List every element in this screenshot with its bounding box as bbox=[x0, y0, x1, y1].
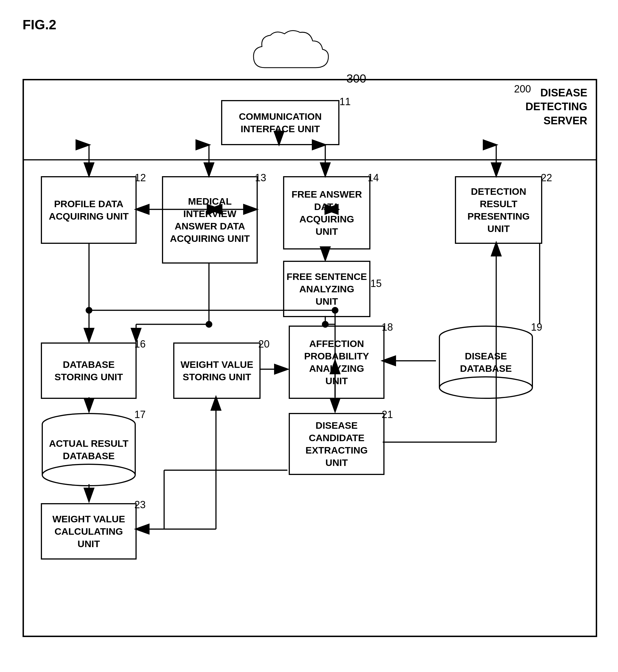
cloud-network bbox=[248, 28, 338, 79]
weight-value-calculating-unit: WEIGHT VALUECALCULATINGUNIT bbox=[41, 503, 137, 560]
database-storing-unit: DATABASESTORING UNIT bbox=[41, 342, 137, 399]
ref-12: 12 bbox=[135, 172, 146, 184]
profile-data-acquiring-unit: PROFILE DATAACQUIRING UNIT bbox=[41, 176, 137, 244]
ref-17: 17 bbox=[134, 409, 145, 421]
ref-13: 13 bbox=[255, 172, 266, 184]
h-divider bbox=[24, 159, 596, 160]
communication-interface-unit: COMMUNICATIONINTERFACE UNIT bbox=[221, 100, 339, 145]
ref-22: 22 bbox=[541, 172, 552, 184]
ref-200: 200 bbox=[514, 83, 531, 95]
svg-point-28 bbox=[206, 321, 212, 328]
network-label: 300 bbox=[346, 72, 366, 85]
svg-point-4 bbox=[439, 377, 532, 398]
free-sentence-analyzing-unit: FREE SENTENCEANALYZINGUNIT bbox=[283, 261, 371, 317]
medical-interview-unit: MEDICALINTERVIEWANSWER DATAACQUIRING UNI… bbox=[162, 176, 258, 264]
ref-23: 23 bbox=[134, 499, 145, 511]
server-label: DISEASEDETECTINGSERVER bbox=[525, 86, 587, 128]
figure-label: FIG.2 bbox=[22, 17, 56, 32]
ref-16: 16 bbox=[134, 338, 145, 350]
ref-14: 14 bbox=[368, 172, 379, 184]
ref-15: 15 bbox=[371, 278, 382, 289]
ref-18: 18 bbox=[382, 321, 393, 333]
main-diagram-box: DISEASEDETECTINGSERVER 200 COMMUNICATION… bbox=[22, 79, 597, 637]
ref-20: 20 bbox=[258, 338, 270, 350]
ref-21: 21 bbox=[382, 409, 393, 421]
svg-point-9 bbox=[42, 464, 135, 486]
ref-11: 11 bbox=[339, 96, 351, 108]
affection-probability-unit: AFFECTIONPROBABILITYANALYZINGUNIT bbox=[289, 326, 385, 399]
svg-point-31 bbox=[86, 307, 92, 314]
disease-candidate-extracting-unit: DISEASECANDIDATEEXTRACTINGUNIT bbox=[289, 413, 385, 475]
ref-19: 19 bbox=[531, 321, 542, 333]
detection-result-presenting-unit: DETECTIONRESULTPRESENTINGUNIT bbox=[455, 176, 542, 244]
weight-value-storing-unit: WEIGHT VALUESTORING UNIT bbox=[173, 342, 261, 399]
actual-result-database: ACTUAL RESULTDATABASE bbox=[41, 413, 137, 486]
free-answer-data-unit: FREE ANSWERDATAACQUIRINGUNIT bbox=[283, 176, 371, 249]
disease-database: DISEASEDATABASE bbox=[438, 326, 534, 399]
